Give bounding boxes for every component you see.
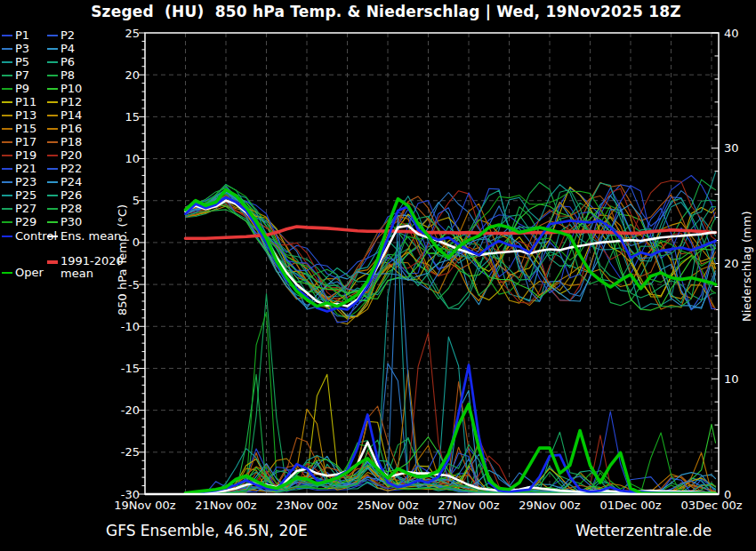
legend-item-control-swatch	[2, 236, 12, 238]
legend-item-p9-swatch	[2, 88, 12, 91]
legend-item-p20-label: P20	[60, 148, 82, 162]
legend-item-p29-label: P29	[15, 215, 36, 228]
x-axis-title: Date (UTC)	[383, 515, 472, 527]
footer-model-info: GFS Ensemble, 46.5N, 20E	[106, 522, 308, 539]
legend-item-p19-label: P19	[15, 148, 36, 162]
legend-item-p11-swatch	[2, 101, 12, 104]
legend-item-p8-label: P8	[60, 68, 75, 82]
legend-item-p11-label: P11	[15, 95, 36, 108]
legend-item-p1-swatch	[2, 35, 12, 37]
left-tick-label: 20	[125, 68, 140, 82]
legend-item-oper-label: Oper	[15, 266, 44, 279]
legend-item-p28-swatch	[47, 208, 58, 211]
legend-item-p23-swatch	[2, 181, 12, 184]
legend-item-p2-swatch	[47, 35, 58, 37]
legend-item-p29-swatch	[2, 221, 12, 224]
legend-item-p15-swatch	[2, 128, 12, 131]
legend-item-p16-label: P16	[60, 122, 82, 135]
left-tick-label: -10	[121, 320, 140, 333]
legend-item-p4-swatch	[47, 48, 58, 51]
legend-item-p27-label: P27	[15, 202, 36, 215]
legend-item-p1-label: P1	[15, 28, 29, 42]
legend-item-p3-swatch	[2, 48, 12, 51]
legend-item-p26-label: P26	[60, 188, 82, 202]
legend-item-oper-swatch	[2, 272, 12, 275]
legend-item-p4-label: P4	[60, 42, 75, 55]
legend-item-p17-label: P17	[15, 135, 36, 148]
legend-item-ens-mean-swatch	[47, 236, 58, 238]
legend-item-p30-label: P30	[60, 215, 82, 228]
right-tick-label: 10	[724, 372, 739, 386]
legend-item-p14-label: P14	[60, 108, 82, 122]
legend-item-p13-label: P13	[15, 108, 36, 122]
legend-item-p7-label: P7	[15, 68, 29, 82]
right-tick-label: 20	[724, 257, 739, 270]
legend-item-p10-swatch	[47, 88, 58, 91]
legend-item-p21-swatch	[2, 168, 12, 171]
left-tick-label: -25	[121, 445, 140, 459]
left-tick-label: 0	[133, 236, 140, 249]
legend-item-p28-label: P28	[60, 202, 82, 215]
legend-item-p18-swatch	[47, 141, 58, 144]
legend-item-p23-label: P23	[15, 175, 36, 188]
legend-item-p2-label: P2	[60, 28, 75, 42]
x-tick-label: 03Dec 00z	[680, 499, 742, 512]
legend-item-p18-label: P18	[60, 135, 82, 148]
legend-item-p27-swatch	[2, 208, 12, 211]
legend-item-p10-label: P10	[60, 82, 82, 95]
right-tick-label: 30	[724, 141, 739, 155]
x-tick-label: 25Nov 00z	[357, 499, 419, 512]
legend-item-p12-swatch	[47, 101, 58, 104]
left-tick-label: 10	[125, 152, 140, 165]
legend-item-p16-swatch	[47, 128, 58, 131]
legend-item-p5-label: P5	[15, 55, 29, 68]
x-tick-label: 19Nov 00z	[114, 499, 176, 512]
x-tick-label: 29Nov 00z	[519, 499, 581, 512]
legend-item-p25-swatch	[2, 195, 12, 197]
left-tick-label: 5	[133, 194, 140, 207]
legend-item-p20-swatch	[47, 155, 58, 157]
legend-item-p15-label: P15	[15, 122, 36, 135]
legend-item-p30-swatch	[47, 221, 58, 224]
left-tick-label: 25	[125, 27, 140, 40]
right-axis-title: Niederschlag (mm)	[740, 211, 753, 322]
legend-item-p26-swatch	[47, 195, 58, 197]
x-tick-label: 27Nov 00z	[438, 499, 500, 512]
legend-item-p17-swatch	[2, 141, 12, 144]
footer-branding: Wetterzentrale.de	[575, 522, 712, 539]
legend-item-1991-2020-mean-label: 1991-2020 mean	[60, 255, 139, 280]
legend-item-p19-swatch	[2, 155, 12, 157]
legend-item-p7-swatch	[2, 75, 12, 77]
legend-item-p14-swatch	[47, 115, 58, 117]
legend-item-p5-swatch	[2, 61, 12, 64]
legend-item-p13-swatch	[2, 115, 12, 117]
legend-item-p12-label: P12	[60, 95, 82, 108]
left-tick-label: -20	[121, 403, 140, 417]
legend-item-ens-mean-label: Ens. mean	[60, 229, 121, 243]
legend-item-p24-swatch	[47, 181, 58, 184]
legend-item-p24-label: P24	[60, 175, 82, 188]
legend-item-p6-swatch	[47, 61, 58, 64]
legend-item-p3-label: P3	[15, 42, 29, 55]
legend-item-p22-swatch	[47, 168, 58, 171]
x-tick-label: 23Nov 00z	[276, 499, 338, 512]
right-tick-label: 40	[724, 27, 739, 40]
left-tick-label: -15	[121, 362, 140, 375]
left-tick-label: 15	[125, 110, 140, 124]
legend-item-p6-label: P6	[60, 55, 75, 68]
legend-item-p22-label: P22	[60, 162, 82, 175]
legend-item-p25-label: P25	[15, 188, 36, 202]
legend-item-1991-2020-mean-swatch	[47, 260, 58, 264]
legend-item-p21-label: P21	[15, 162, 36, 175]
x-tick-label: 21Nov 00z	[195, 499, 257, 512]
x-tick-label: 01Dec 00z	[599, 499, 661, 512]
legend-item-p8-swatch	[47, 75, 58, 77]
legend-item-p9-label: P9	[15, 82, 29, 95]
